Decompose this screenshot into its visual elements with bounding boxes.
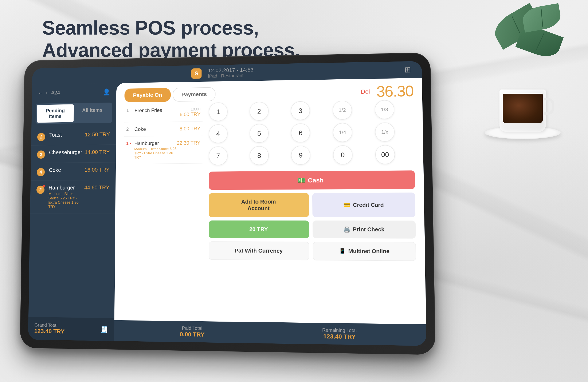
item-name: Hamburger xyxy=(48,184,84,191)
credit-card-button[interactable]: 💳 Credit Card xyxy=(312,192,416,217)
tab-all-items[interactable]: All Items xyxy=(74,104,111,122)
pay-with-currency-button[interactable]: Pat With Currency xyxy=(209,241,309,260)
numpad-4[interactable]: 4 xyxy=(209,124,228,143)
numpad-7[interactable]: 7 xyxy=(209,146,228,165)
pay-item-num: 1 xyxy=(126,108,133,113)
remaining-total-section: Remaining Total 123.40 TRY xyxy=(322,327,357,340)
pay-item-original-price: 18.00 xyxy=(180,107,200,112)
pay-item-name-text: Coke xyxy=(134,126,180,132)
tab-pending-items[interactable]: Pending Items xyxy=(37,104,74,122)
status-datetime: 12.02.2017 · 14:53 xyxy=(208,67,253,74)
pay-item[interactable]: 1 French Fries 18.00 6.00 TRY xyxy=(124,103,203,122)
list-item[interactable]: 2 Hamburger Medium · Bitter Sauce 6.25 T… xyxy=(30,180,116,214)
multinet-button[interactable]: 📱 Multinet Online xyxy=(313,242,416,261)
add-to-room-button[interactable]: Add to RoomAccount xyxy=(209,193,309,217)
order-list: 2 Toast 12.50 TRY 2 Cheeseburger xyxy=(28,125,116,318)
tab-payments[interactable]: Payments xyxy=(173,87,215,102)
try-button[interactable]: 20 TRY xyxy=(209,221,309,238)
item-name: Toast xyxy=(49,131,85,138)
sidebar: ← ← #24 👤 Pending Items All Items 2 xyxy=(28,83,116,341)
back-arrow-icon: ← xyxy=(38,90,43,96)
numpad-half[interactable]: 1/2 xyxy=(333,101,352,120)
numpad-3[interactable]: 3 xyxy=(291,101,310,120)
pay-item-single-price: 22.30 TRY xyxy=(177,140,200,146)
cash-icon: 💵 xyxy=(297,177,305,184)
leaf-stem-3 xyxy=(541,9,543,27)
item-info: Coke xyxy=(49,167,84,173)
app-body: ← ← #24 👤 Pending Items All Items 2 xyxy=(28,78,426,346)
list-item[interactable]: 2 Toast 12.50 TRY xyxy=(31,127,116,145)
print-label: Print Check xyxy=(353,226,384,233)
amount-value: 36.30 xyxy=(377,82,414,100)
leaf-stem-2 xyxy=(535,33,544,51)
coffee-handle xyxy=(544,98,554,115)
item-price: 44.60 TRY xyxy=(84,184,110,191)
item-info: Cheeseburger xyxy=(49,149,85,156)
item-price: 16.00 TRY xyxy=(84,167,110,173)
grand-total-label: Grand Total 123.40 TRY xyxy=(34,322,64,335)
cash-button[interactable]: 💵 Cash xyxy=(209,170,415,190)
item-qty: 2 xyxy=(37,186,45,194)
numpad-inverse[interactable]: 1/x xyxy=(375,122,395,142)
numpad-area: 1 2 3 1/2 1/3 4 5 6 1/4 1/x 7 xyxy=(209,100,417,318)
numpad-9[interactable]: 9 xyxy=(291,146,311,165)
pay-item-single-price: 8.00 TRY xyxy=(180,126,200,132)
list-item[interactable]: 2 Cheeseburger 14.00 TRY xyxy=(31,145,116,163)
pay-item[interactable]: 1 • Hamburger Medium · Bitter Sauce 6.25… xyxy=(124,136,203,164)
payment-panel: Payable On Payments Del 36.30 xyxy=(114,78,427,346)
remaining-total-value: 123.40 TRY xyxy=(322,333,357,341)
coffee-cup-body xyxy=(500,89,546,132)
item-qty: 2 xyxy=(37,133,45,141)
pay-item-name: Coke xyxy=(134,126,180,132)
numpad-5[interactable]: 5 xyxy=(250,124,269,143)
print-check-button[interactable]: 🖨️ Print Check xyxy=(313,221,416,239)
paid-total-label: Paid Total xyxy=(180,325,204,331)
pay-item-name-text: French Fries xyxy=(134,107,180,114)
numpad-6[interactable]: 6 xyxy=(291,123,311,142)
numpad-quarter[interactable]: 1/4 xyxy=(333,123,352,142)
item-qty: 2 xyxy=(37,150,45,159)
sidebar-header: ← ← #24 👤 xyxy=(32,83,116,102)
grand-total-value: 123.40 TRY xyxy=(34,328,64,335)
back-button[interactable]: ← ← #24 xyxy=(38,89,60,96)
numpad-third[interactable]: 1/3 xyxy=(375,100,394,120)
numpad-grid: 1 2 3 1/2 1/3 4 5 6 1/4 1/x 7 xyxy=(209,100,415,165)
del-button[interactable]: Del xyxy=(361,88,370,95)
paid-total-section: Paid Total 0.00 TRY xyxy=(180,325,205,338)
pay-item-name: French Fries xyxy=(134,107,180,114)
grand-total-label-text: Grand Total xyxy=(34,322,65,328)
list-item[interactable]: 4 Coke 16.00 TRY xyxy=(31,162,116,181)
pay-item-num: 1 • xyxy=(126,141,132,146)
receipt-icon[interactable]: 🧾 xyxy=(100,325,108,333)
credit-label: Credit Card xyxy=(353,201,384,208)
payment-items-list: 1 French Fries 18.00 6.00 TRY 2 xyxy=(123,103,203,315)
settings-icon[interactable]: ⊞ xyxy=(404,65,411,74)
numpad-1[interactable]: 1 xyxy=(209,102,228,121)
headline-line1: Seamless POS process, xyxy=(42,17,259,39)
numpad-8[interactable]: 8 xyxy=(250,146,269,165)
item-price: 12.50 TRY xyxy=(85,131,110,138)
user-icon[interactable]: 👤 xyxy=(103,88,110,95)
pay-item[interactable]: 2 Coke 8.00 TRY xyxy=(124,121,203,137)
payment-tabs: Payable On Payments xyxy=(124,87,215,102)
app-logo: S xyxy=(191,68,202,79)
pay-item-name: Hamburger Medium · Bitter Sauce 6.25 TRY… xyxy=(134,140,177,160)
pay-item-current-price: 6.00 TRY xyxy=(180,111,200,118)
item-qty: 4 xyxy=(37,168,45,176)
tab-payable-on[interactable]: Payable On xyxy=(124,88,171,102)
item-info: Toast xyxy=(49,131,85,138)
numpad-2[interactable]: 2 xyxy=(250,102,269,121)
numpad-00[interactable]: 00 xyxy=(375,145,395,164)
status-center: 12.02.2017 · 14:53 iPad · Restaurant xyxy=(208,67,253,79)
item-name: Coke xyxy=(49,167,84,173)
pay-item-price: 8.00 TRY xyxy=(180,126,200,132)
paid-total-value: 0.00 TRY xyxy=(180,331,205,338)
pay-item-name-text: Hamburger xyxy=(134,140,177,146)
coffee-liquid xyxy=(503,94,543,123)
room-label: Add to RoomAccount xyxy=(241,198,276,212)
pay-item-price: 18.00 6.00 TRY xyxy=(180,107,200,117)
item-name: Cheeseburger xyxy=(49,149,85,156)
item-price: 14.00 TRY xyxy=(85,149,110,155)
remaining-total-label: Remaining Total xyxy=(322,327,357,333)
numpad-0[interactable]: 0 xyxy=(333,145,353,164)
